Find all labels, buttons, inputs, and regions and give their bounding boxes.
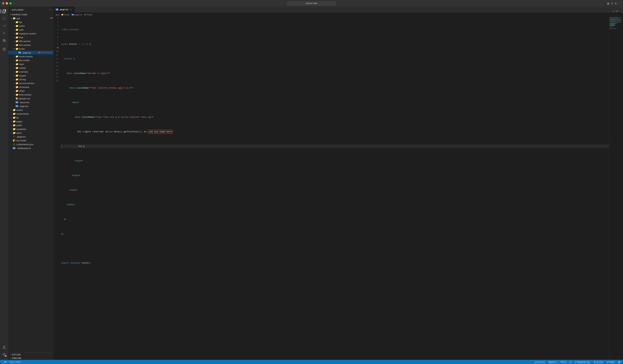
split-editor-button[interactable]: ⊟ [611,2,613,5]
svg-rect-2 [3,49,4,51]
nav-forward-button[interactable]: › [17,2,18,5]
sidebar-item-pages[interactable]: › 📁 pages [8,120,54,123]
tab-tsx-icon: TS [56,8,58,11]
timeline-section[interactable]: › TIMELINE [8,356,54,360]
editor-content[interactable]: 1 2 3 4 5 6 7 8 9 10 11 12 13 14 15 16 1 [54,17,623,360]
spaces-status[interactable]: Spaces: 2 [548,360,558,364]
maximize-button[interactable] [9,2,12,4]
go-live-icon: ⚡ [593,361,596,363]
sidebar-item-navbar[interactable]: › 📁 navbar [8,66,54,70]
folder-explainer-icon: 📁 [15,32,19,35]
notification-bell[interactable]: 🔔 [618,360,621,364]
prettier-icon: ✦ [606,361,608,363]
sidebar-item-pricing[interactable]: › 📁 pricing [8,78,54,81]
search-bar[interactable]: source code [287,1,336,5]
folder-navbar-icon: 📁 [15,66,19,69]
sidebar-item-faqs[interactable]: › 📁 faqs [8,35,54,39]
sidebar-item-types[interactable]: › 📁 types [8,131,54,135]
split-right-button[interactable]: ⊟ [616,10,618,13]
sidebar-item-fifth-section[interactable]: › 📁 fifth-section [8,39,54,43]
sidebar-item-third-section[interactable]: › 📁 third-section [8,93,54,97]
run-activity-icon[interactable] [1,30,7,37]
sidebar-item-bun-lockb[interactable]: 🥐 bun.lockb [8,139,54,142]
sidebar-item-get-credits[interactable]: › 📁 get-credits [8,58,54,62]
position-status[interactable]: Ln 9, Col 17 [534,360,546,364]
sidebar-item-second-section[interactable]: › 📁 second-section [8,81,54,85]
sidebar-item-api[interactable]: › 📁 api [8,20,54,24]
breadcrumb-page-tsx[interactable]: TS page.tsx [72,14,82,16]
branch-status[interactable]: ⑂ PR [2,360,7,364]
svg-rect-1 [4,48,5,49]
bell-icon: 🔔 [618,361,621,363]
panel-toggle-button[interactable]: ▣ [607,2,609,5]
sidebar-item-login[interactable]: › 📁 login [8,62,54,66]
encoding-status[interactable]: UTF-8 [560,360,566,364]
titlebar-right: ▣ ⊟ ⊞ ⋯ [607,2,621,5]
sidebar-item-app[interactable]: ▾ 📁 app [8,16,54,20]
search-activity-icon[interactable] [1,15,7,22]
sidebar-item-assets[interactable]: › 📁 assets [8,108,54,112]
sidebar-item-fourth-section[interactable]: › 📁 fourth-section [8,55,54,58]
sidebar-item-showcase[interactable]: › 📁 showcase [8,85,54,89]
sidebar-item-explainer-section[interactable]: › 📁 explainer-section [8,32,54,35]
line-num-13: 13 [55,61,58,64]
sidebar-content[interactable]: ▾ SOURCE CODE ▾ 📁 app [8,13,54,353]
language-status[interactable]: () TypeScript JSX [574,360,591,364]
chevron-icon: › [13,24,15,27]
tsx-icon: TS [18,51,21,54]
explorer-activity-icon[interactable] [1,8,7,15]
editor-layout-button[interactable]: ⊞ [615,2,617,5]
close-button[interactable] [2,2,4,4]
tab-page-tsx[interactable]: TS page.tsx ✕ [54,7,75,13]
folder-fourth-icon: 📁 [15,55,19,58]
tab-close-button[interactable]: ✕ [69,8,72,11]
folder-auth-icon: 📁 [15,28,19,31]
sidebar-item-lib[interactable]: › 📁 lib [8,116,54,120]
timeline-label: TIMELINE [12,357,21,359]
code-line-2: const Footer = () => { [61,42,609,46]
breadcrumb-footer-component[interactable]: ◉ Footer [84,14,92,16]
sidebar-item-astria[interactable]: › 📁 astria [8,24,54,28]
breadcrumb-footer[interactable]: 📁 footer [61,14,69,16]
breadcrumb-app[interactable]: app [56,14,59,16]
sidebar-item-middleware-ts[interactable]: TS middleware.ts [8,146,54,150]
source-control-activity-icon[interactable] [1,22,7,29]
folder-stripe-icon: 📁 [15,89,19,92]
run-file-button[interactable]: ▷ [613,10,615,13]
sidebar-item-public[interactable]: › 📁 public [8,123,54,127]
folder-get-credits-icon: 📁 [15,59,19,62]
sidebar-item-page-tsx[interactable]: TS page.tsx [8,51,54,55]
sidebar-item-footer[interactable]: ▾ 📁 footer [8,47,54,51]
code-line-6: <div> [61,101,609,104]
sidebar-item-components-json[interactable]: {} components.json [8,142,54,146]
tab-label: page.tsx [60,8,68,11]
sidebar-item-supabase[interactable]: › 📁 supabase [8,127,54,131]
more-actions-button[interactable]: ⋯ [618,2,621,5]
minimize-button[interactable] [6,2,8,4]
sidebar-item-layout-tsx[interactable]: TS layout.tsx [8,100,54,104]
line-ending-status[interactable]: LF [569,360,572,364]
errors-status[interactable]: ⊗ 0 ⚠ 0 ℹ 0 [10,360,21,364]
settings-activity-icon[interactable]: PR [1,351,7,358]
account-activity-icon[interactable] [1,344,7,350]
sidebar-item-page-tsx-root[interactable]: TS page.tsx [8,104,54,108]
prettier-status[interactable]: ✦ Prettier [606,360,615,364]
sidebar-item-overview[interactable]: › 📁 overview [8,70,54,74]
sidebar-item-paypal[interactable]: › 📁 paypal [8,74,54,78]
source-code-label: SOURCE CODE [12,14,27,16]
remote-activity-icon[interactable] [1,46,7,52]
outline-section[interactable]: › OUTLINE [8,353,54,356]
source-code-section[interactable]: ▾ SOURCE CODE [8,13,54,16]
sidebar-item-first-section[interactable]: › 📁 first-section [8,43,54,47]
sidebar-item-globals-css[interactable]: 🎨 globals.css [8,97,54,100]
sidebar-item-auth[interactable]: › 📁 auth [8,28,54,32]
editor-more-button[interactable]: ⋯ [619,10,621,13]
sidebar-item-stripe[interactable]: › 📁 stripe [8,89,54,93]
sidebar-item-gitignore[interactable]: ⬡ .gitignore [8,135,54,139]
sidebar-more-button[interactable]: ··· [49,8,51,11]
go-live-status[interactable]: ⚡ Go Live [593,360,604,364]
nav-back-button[interactable]: ‹ [14,2,15,5]
chevron-icon: › [13,21,15,23]
extensions-activity-icon[interactable] [1,37,7,44]
sidebar-item-components[interactable]: › 📁 components [8,112,54,116]
